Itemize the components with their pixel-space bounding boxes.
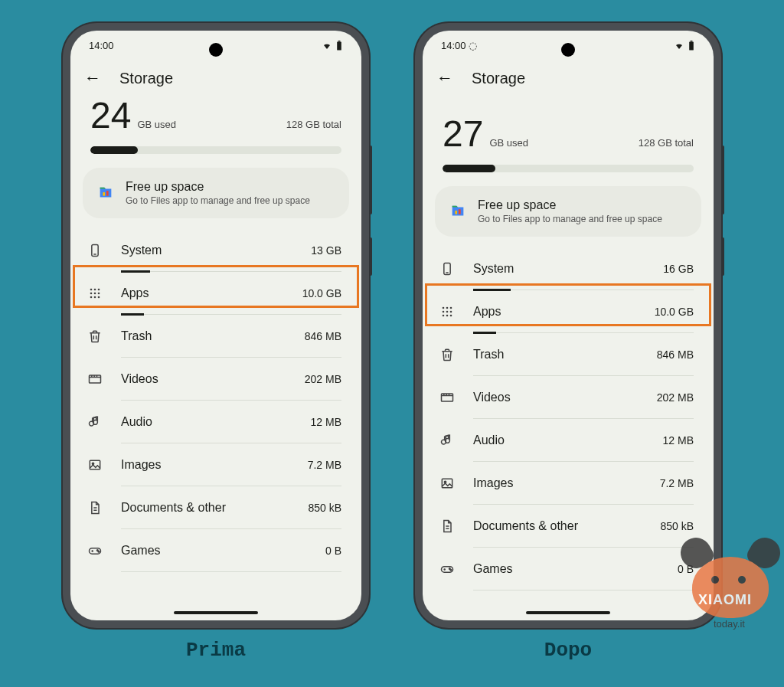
category-row-documents-other[interactable]: Documents & other 850 kB xyxy=(70,486,361,529)
category-label: Videos xyxy=(473,391,657,404)
front-camera xyxy=(561,43,575,57)
card-title: Free up space xyxy=(478,198,662,212)
category-row-videos[interactable]: Videos 202 MB xyxy=(423,376,714,419)
wifi-icon xyxy=(674,41,684,51)
category-size: 202 MB xyxy=(305,373,341,385)
category-label: Videos xyxy=(121,372,305,386)
game-icon xyxy=(438,560,456,578)
category-label: Apps xyxy=(473,305,655,319)
storage-summary: 24 GB used 128 GB total xyxy=(70,93,361,139)
wifi-icon xyxy=(322,41,332,51)
category-size: 846 MB xyxy=(657,348,694,361)
svg-point-29 xyxy=(446,311,449,313)
back-button[interactable]: ← xyxy=(84,68,101,88)
video-icon xyxy=(86,370,104,388)
usage-bar xyxy=(90,146,341,154)
svg-point-39 xyxy=(450,569,452,571)
category-row-audio[interactable]: Audio 12 MB xyxy=(70,401,361,443)
svg-rect-2 xyxy=(103,192,105,196)
card-subtitle: Go to Files app to manage and free up sp… xyxy=(126,195,310,206)
svg-point-32 xyxy=(446,315,449,317)
category-row-apps[interactable]: Apps 10.0 GB xyxy=(423,290,714,333)
used-amount: 27 xyxy=(443,116,483,152)
category-row-trash[interactable]: Trash 846 MB xyxy=(423,333,714,376)
apps-icon xyxy=(86,284,104,303)
svg-point-26 xyxy=(446,307,449,309)
svg-point-7 xyxy=(98,289,100,291)
svg-point-31 xyxy=(443,315,445,317)
category-label: Audio xyxy=(121,415,311,429)
category-row-documents-other[interactable]: Documents & other 850 kB xyxy=(423,505,714,548)
svg-point-13 xyxy=(98,296,100,299)
svg-rect-3 xyxy=(106,191,109,195)
category-label: Apps xyxy=(121,286,302,300)
video-icon xyxy=(438,388,456,407)
used-label: GB used xyxy=(137,119,176,130)
card-subtitle: Go to Files app to manage and free up sp… xyxy=(478,214,662,224)
clock: 14:00 xyxy=(89,40,114,51)
category-label: Documents & other xyxy=(121,501,308,515)
svg-point-30 xyxy=(450,311,452,313)
battery-icon xyxy=(688,41,695,51)
svg-rect-0 xyxy=(337,41,341,50)
category-label: Trash xyxy=(121,329,305,343)
image-icon xyxy=(438,474,456,492)
svg-rect-14 xyxy=(90,375,101,383)
used-label: GB used xyxy=(489,137,528,149)
category-size: 12 MB xyxy=(311,416,341,428)
nav-pill[interactable] xyxy=(174,611,258,614)
svg-point-28 xyxy=(443,311,445,313)
category-row-system[interactable]: System 16 GB xyxy=(423,247,714,290)
svg-point-12 xyxy=(94,296,96,299)
category-list: System 16 GB Apps 10.0 GB Trash 846 MB V… xyxy=(423,247,714,590)
doc-icon xyxy=(86,499,104,517)
back-button[interactable]: ← xyxy=(436,68,453,88)
phone-screen: 14:00 ← Storage 24 GB used 128 xyxy=(70,31,361,620)
svg-rect-34 xyxy=(442,394,453,401)
svg-rect-15 xyxy=(90,460,100,469)
free-up-space-card[interactable]: Free up space Go to Files app to manage … xyxy=(83,168,349,218)
category-size: 13 GB xyxy=(311,244,341,257)
category-row-images[interactable]: Images 7.2 MB xyxy=(423,462,714,505)
svg-rect-21 xyxy=(691,41,693,41)
svg-point-5 xyxy=(90,289,93,291)
storage-summary: 27 GB used 128 GB total xyxy=(423,111,714,157)
category-size: 202 MB xyxy=(657,391,694,404)
nav-pill[interactable] xyxy=(526,611,610,614)
divider xyxy=(473,590,694,590)
usage-fill xyxy=(90,146,138,154)
svg-point-19 xyxy=(98,551,100,552)
doc-icon xyxy=(438,517,456,535)
svg-point-6 xyxy=(94,289,96,291)
phone-frame: 14:00 ◌ ← Storage 27 GB used 12 xyxy=(415,23,721,628)
svg-rect-23 xyxy=(459,209,461,214)
page-title: Storage xyxy=(472,70,525,87)
category-size: 10.0 GB xyxy=(655,306,694,318)
category-row-games[interactable]: Games 0 B xyxy=(70,529,361,572)
category-row-apps[interactable]: Apps 10.0 GB xyxy=(70,272,361,315)
category-size: 850 kB xyxy=(660,520,694,532)
used-amount: 24 xyxy=(90,97,131,134)
phone-screen: 14:00 ◌ ← Storage 27 GB used 12 xyxy=(423,31,714,620)
device-icon xyxy=(438,260,456,278)
category-label: System xyxy=(121,244,311,257)
category-row-videos[interactable]: Videos 202 MB xyxy=(70,358,361,401)
svg-point-25 xyxy=(443,307,445,309)
caption-before: Prima xyxy=(186,639,246,662)
trash-icon xyxy=(86,327,104,345)
svg-rect-22 xyxy=(455,211,457,214)
category-row-audio[interactable]: Audio 12 MB xyxy=(423,419,714,462)
svg-point-9 xyxy=(94,293,96,295)
category-row-trash[interactable]: Trash 846 MB xyxy=(70,315,361,358)
apps-icon xyxy=(438,303,456,321)
category-list: System 13 GB Apps 10.0 GB Trash 846 MB V… xyxy=(70,229,361,572)
category-label: Images xyxy=(121,458,308,472)
category-row-system[interactable]: System 13 GB xyxy=(70,229,361,272)
clock: 14:00 ◌ xyxy=(441,40,477,51)
free-up-space-card[interactable]: Free up space Go to Files app to manage … xyxy=(435,186,701,237)
category-row-images[interactable]: Images 7.2 MB xyxy=(70,443,361,486)
category-row-games[interactable]: Games 0 B xyxy=(423,548,714,590)
caption-after: Dopo xyxy=(544,639,592,662)
battery-icon xyxy=(335,41,343,51)
files-app-icon xyxy=(96,184,115,202)
